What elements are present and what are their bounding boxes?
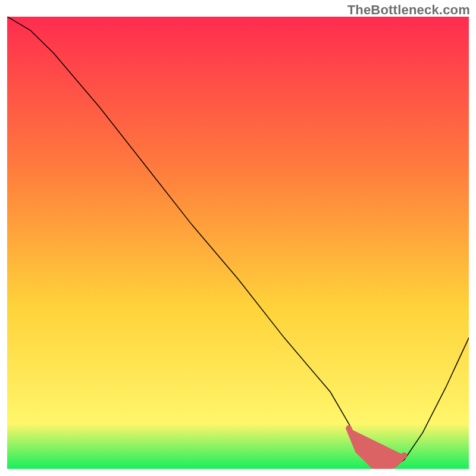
gradient-background xyxy=(7,17,469,469)
plot-area xyxy=(7,17,469,469)
chart-container: TheBottleneck.com xyxy=(0,0,476,476)
watermark-text: TheBottleneck.com xyxy=(347,2,470,18)
chart-svg xyxy=(7,17,469,469)
